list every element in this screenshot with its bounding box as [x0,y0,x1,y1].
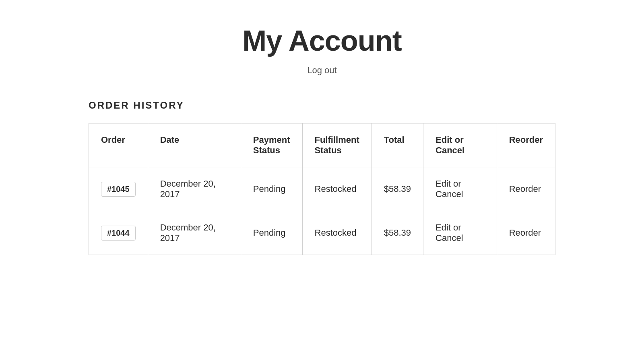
order-number-badge[interactable]: #1044 [101,226,136,241]
col-header-payment-status: PaymentStatus [241,123,302,167]
logout-link[interactable]: Log out [307,65,336,75]
col-header-reorder: Reorder [497,123,555,167]
page-container: My Account Log out ORDER HISTORY Order D… [56,0,588,279]
cell-reorder: Reorder [497,211,555,255]
reorder-link[interactable]: Reorder [509,184,541,194]
cell-fulfillment-status: Restocked [302,211,372,255]
col-header-fulfillment-status: FulfillmentStatus [302,123,372,167]
edit-cancel-link[interactable]: Edit or Cancel [436,179,463,199]
order-history-title: ORDER HISTORY [89,100,555,111]
cell-payment-status: Pending [241,211,302,255]
page-title: My Account [89,24,555,57]
col-header-date: Date [148,123,241,167]
table-header-row: Order Date PaymentStatus FulfillmentStat… [89,123,555,167]
cell-fulfillment-status: Restocked [302,167,372,211]
cell-total: $58.39 [372,167,423,211]
cell-date: December 20, 2017 [148,167,241,211]
edit-cancel-link[interactable]: Edit or Cancel [436,222,463,243]
order-number-badge[interactable]: #1045 [101,182,136,197]
cell-payment-status: Pending [241,167,302,211]
orders-table: Order Date PaymentStatus FulfillmentStat… [89,123,555,255]
cell-order-number: #1045 [89,167,148,211]
table-row: #1045 December 20, 2017 Pending Restocke… [89,167,555,211]
cell-edit-cancel: Edit or Cancel [423,211,497,255]
page-header: My Account Log out [89,24,555,76]
col-header-order: Order [89,123,148,167]
col-header-total: Total [372,123,423,167]
cell-total: $58.39 [372,211,423,255]
cell-reorder: Reorder [497,167,555,211]
cell-date: December 20, 2017 [148,211,241,255]
order-history-section: ORDER HISTORY Order Date PaymentStatus F… [89,100,555,255]
table-row: #1044 December 20, 2017 Pending Restocke… [89,211,555,255]
col-header-edit-cancel: Edit orCancel [423,123,497,167]
cell-edit-cancel: Edit or Cancel [423,167,497,211]
reorder-link[interactable]: Reorder [509,228,541,238]
cell-order-number: #1044 [89,211,148,255]
